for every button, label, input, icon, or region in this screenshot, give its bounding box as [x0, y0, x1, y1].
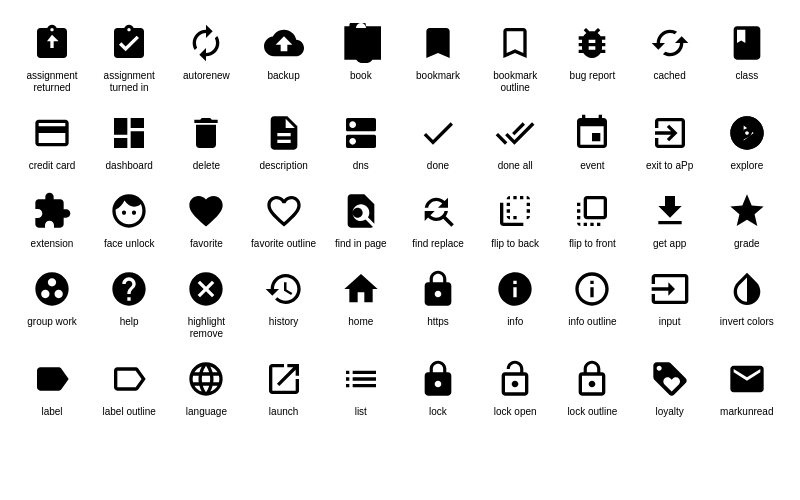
icon-item-input[interactable]: input	[632, 260, 708, 346]
lock-open-icon	[492, 356, 538, 402]
label-outline-label: label outline	[103, 406, 156, 418]
extension-icon	[29, 188, 75, 234]
markunread-icon	[724, 356, 770, 402]
favorite-label: favorite	[190, 238, 223, 250]
icon-item-lock[interactable]: lock	[400, 350, 476, 424]
autorenew-label: autorenew	[183, 70, 230, 82]
icon-item-highlight-remove[interactable]: highlight remove	[168, 260, 244, 346]
icon-item-group-work[interactable]: group work	[14, 260, 90, 346]
icon-item-find-replace[interactable]: find replace	[400, 182, 476, 256]
icon-item-home[interactable]: home	[323, 260, 399, 346]
book-label: book	[350, 70, 372, 82]
bug-report-label: bug report	[570, 70, 616, 82]
input-icon	[647, 266, 693, 312]
icon-item-event[interactable]: event	[554, 104, 630, 178]
icon-item-https[interactable]: https	[400, 260, 476, 346]
icon-item-exit-to-app[interactable]: exit to aPp	[632, 104, 708, 178]
icon-item-class[interactable]: class	[709, 14, 785, 100]
dashboard-label: dashboard	[106, 160, 153, 172]
language-label: language	[186, 406, 227, 418]
help-label: help	[120, 316, 139, 328]
icon-item-find-in-page[interactable]: find in page	[323, 182, 399, 256]
icon-item-bookmark-outline[interactable]: bookmark outline	[477, 14, 553, 100]
icon-item-history[interactable]: history	[246, 260, 322, 346]
loyalty-label: loyalty	[655, 406, 683, 418]
icon-item-bug-report[interactable]: bug report	[554, 14, 630, 100]
icon-item-dns[interactable]: dns	[323, 104, 399, 178]
exit-to-app-icon	[647, 110, 693, 156]
icon-item-info-outline[interactable]: info outline	[554, 260, 630, 346]
flip-to-front-icon	[569, 188, 615, 234]
icon-item-grade[interactable]: grade	[709, 182, 785, 256]
icon-item-favorite[interactable]: favorite	[168, 182, 244, 256]
icon-item-list[interactable]: list	[323, 350, 399, 424]
input-label: input	[659, 316, 681, 328]
face-unlock-icon	[106, 188, 152, 234]
icon-item-backup[interactable]: backup	[246, 14, 322, 100]
icon-item-favorite-outline[interactable]: favorite outline	[246, 182, 322, 256]
icon-item-done-all[interactable]: done all	[477, 104, 553, 178]
credit-card-icon	[29, 110, 75, 156]
icon-item-description[interactable]: description	[246, 104, 322, 178]
grade-label: grade	[734, 238, 760, 250]
highlight-remove-icon	[183, 266, 229, 312]
explore-label: explore	[730, 160, 763, 172]
assignment-returned-icon	[29, 20, 75, 66]
help-icon	[106, 266, 152, 312]
icon-item-book[interactable]: book	[323, 14, 399, 100]
launch-label: launch	[269, 406, 298, 418]
face-unlock-label: face unlock	[104, 238, 155, 250]
delete-icon	[183, 110, 229, 156]
icon-item-explore[interactable]: explore	[709, 104, 785, 178]
icon-item-delete[interactable]: delete	[168, 104, 244, 178]
bug-report-icon	[569, 20, 615, 66]
book-icon	[338, 20, 384, 66]
icon-item-extension[interactable]: extension	[14, 182, 90, 256]
find-in-page-icon	[338, 188, 384, 234]
icon-item-face-unlock[interactable]: face unlock	[91, 182, 167, 256]
description-label: description	[259, 160, 307, 172]
icon-item-label-outline[interactable]: label outline	[91, 350, 167, 424]
icon-item-loyalty[interactable]: loyalty	[632, 350, 708, 424]
icon-item-flip-to-back[interactable]: flip to back	[477, 182, 553, 256]
icon-item-label[interactable]: label	[14, 350, 90, 424]
favorite-icon	[183, 188, 229, 234]
home-icon	[338, 266, 384, 312]
icon-item-dashboard[interactable]: dashboard	[91, 104, 167, 178]
icon-item-help[interactable]: help	[91, 260, 167, 346]
icon-item-get-app[interactable]: get app	[632, 182, 708, 256]
favorite-outline-icon	[261, 188, 307, 234]
icon-item-markunread[interactable]: markunread	[709, 350, 785, 424]
info-outline-icon	[569, 266, 615, 312]
lock-open-label: lock open	[494, 406, 537, 418]
find-replace-label: find replace	[412, 238, 464, 250]
flip-to-back-label: flip to back	[491, 238, 539, 250]
label-icon	[29, 356, 75, 402]
description-icon	[261, 110, 307, 156]
bookmark-outline-icon	[492, 20, 538, 66]
event-icon	[569, 110, 615, 156]
icon-item-bookmark[interactable]: bookmark	[400, 14, 476, 100]
icon-item-info[interactable]: info	[477, 260, 553, 346]
icon-item-lock-outline[interactable]: lock outline	[554, 350, 630, 424]
extension-label: extension	[31, 238, 74, 250]
icon-item-cached[interactable]: cached	[632, 14, 708, 100]
icon-item-language[interactable]: language	[168, 350, 244, 424]
find-in-page-label: find in page	[335, 238, 387, 250]
icon-item-assignment-returned[interactable]: assignment returned	[14, 14, 90, 100]
icon-item-credit-card[interactable]: credit card	[14, 104, 90, 178]
list-label: list	[355, 406, 367, 418]
icon-item-done[interactable]: done	[400, 104, 476, 178]
icon-item-flip-to-front[interactable]: flip to front	[554, 182, 630, 256]
svg-rect-0	[346, 28, 376, 58]
icon-item-autorenew[interactable]: autorenew	[168, 14, 244, 100]
class-label: class	[735, 70, 758, 82]
icon-item-invert-colors[interactable]: invert colors	[709, 260, 785, 346]
icon-item-assignment-turned-in[interactable]: assignment turned in	[91, 14, 167, 100]
done-icon	[415, 110, 461, 156]
grade-icon	[724, 188, 770, 234]
info-label: info	[507, 316, 523, 328]
icon-item-lock-open[interactable]: lock open	[477, 350, 553, 424]
icon-item-launch[interactable]: launch	[246, 350, 322, 424]
history-icon	[261, 266, 307, 312]
